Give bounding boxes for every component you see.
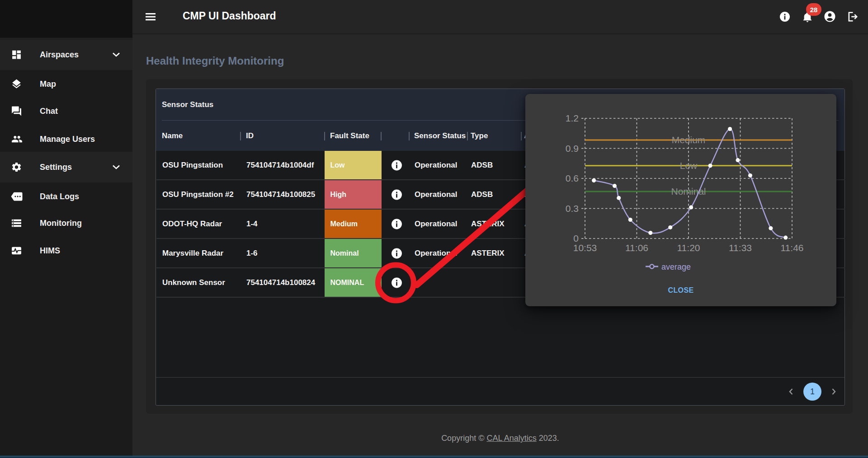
svg-text:11:06: 11:06 <box>625 243 648 253</box>
svg-text:0.3: 0.3 <box>566 203 579 214</box>
svg-text:Medium: Medium <box>672 135 706 145</box>
svg-text:10:53: 10:53 <box>573 243 597 253</box>
svg-text:11:46: 11:46 <box>781 243 804 253</box>
svg-text:1.2: 1.2 <box>566 113 579 123</box>
svg-text:0: 0 <box>573 233 579 243</box>
svg-text:11:33: 11:33 <box>729 243 752 253</box>
svg-text:average: average <box>661 262 691 271</box>
svg-text:Low: Low <box>680 160 698 171</box>
svg-text:0.6: 0.6 <box>566 173 579 183</box>
svg-text:0.9: 0.9 <box>566 143 579 154</box>
svg-text:11:20: 11:20 <box>677 243 700 253</box>
